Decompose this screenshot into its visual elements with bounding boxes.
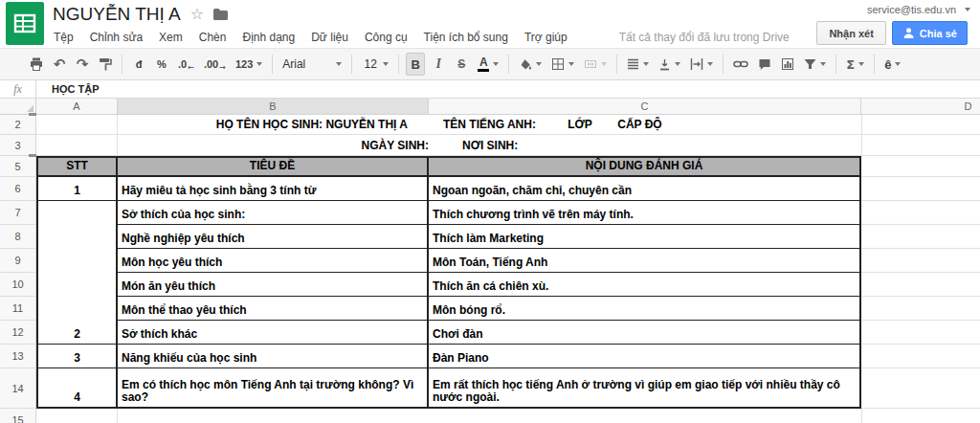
cell-B15[interactable] [118,409,429,423]
row-header-15[interactable]: 15 [0,409,36,423]
menu-data[interactable]: Dữ liệu [308,29,351,46]
cell-B12[interactable]: Sở thích khác [118,321,429,345]
fill-color-button[interactable] [516,53,545,76]
cell-C3[interactable]: NƠI SINH: [429,135,861,156]
decrease-decimals-button[interactable]: .0← [175,53,197,76]
row-header-3[interactable]: 3 [0,135,36,156]
row-header-11[interactable]: 11 [0,297,36,321]
insert-chart-button[interactable] [778,53,797,76]
row-header-2[interactable]: 2 [0,115,36,135]
row-header-5[interactable]: 5 [0,156,36,177]
menu-view[interactable]: Xem [156,29,186,46]
font-family-select[interactable]: Arial [279,53,345,76]
cell-B13[interactable]: Năng khiếu của học sinh [118,345,429,368]
cell-A15[interactable] [36,409,118,423]
italic-button[interactable]: I [429,53,448,76]
cell-C2[interactable]: TÊN TIẾNG ANH: LỚP CẤP ĐỘ [429,115,861,135]
functions-button[interactable]: Σ [843,53,867,76]
redo-button[interactable]: ↷ [73,53,92,76]
cell-C14[interactable]: Em rất thích học tiếng Anh ở trường vì g… [429,368,861,409]
print-button[interactable] [27,53,46,76]
comments-button[interactable]: Nhận xét [816,21,885,45]
column-header-a[interactable]: A [36,99,118,115]
menu-format[interactable]: Định dạng [239,29,298,46]
cell-D8[interactable] [861,225,980,249]
document-title[interactable]: NGUYỄN THỊ A [53,4,181,25]
cell-C5[interactable]: NỘI DUNG ĐÁNH GIÁ [429,156,861,177]
cell-D13[interactable] [861,345,980,368]
more-formats-button[interactable]: 123 [233,53,265,76]
row-header-9[interactable]: 9 [0,249,36,273]
input-tools-button[interactable]: ê [881,53,903,76]
menu-tools[interactable]: Công cụ [362,29,411,46]
cell-B3[interactable]: NGÀY SINH: [118,135,429,156]
cell-B5[interactable]: TIÊU ĐỀ [118,156,429,177]
row-header-13[interactable]: 13 [0,345,36,368]
cell-B11[interactable]: Môn thể thao yêu thích [118,297,429,321]
menu-help[interactable]: Trợ giúp [522,29,570,46]
menu-addons[interactable]: Tiện ích bổ sung [421,29,511,46]
cell-A13[interactable]: 3 [36,345,118,368]
horizontal-align-button[interactable] [624,53,652,76]
cell-A7[interactable] [36,201,118,225]
cell-D6[interactable] [861,177,980,201]
row-header-10[interactable]: 10 [0,273,36,297]
cell-A2[interactable] [36,115,118,135]
cell-C9[interactable]: Môn Toán, Tiếng Anh [429,249,861,273]
increase-decimals-button[interactable]: .00→ [201,53,229,76]
cell-D9[interactable] [861,249,980,273]
cell-B6[interactable]: Hãy miêu tả học sinh bằng 3 tính từ [118,177,429,201]
text-color-button[interactable]: A [475,53,501,76]
cell-D3[interactable] [861,135,980,156]
strikethrough-button[interactable]: S [452,53,471,76]
cell-A9[interactable] [36,249,118,273]
save-status[interactable]: Tất cả thay đổi đã lưu trong Drive [619,31,790,44]
insert-comment-button[interactable] [755,53,774,76]
cell-D10[interactable] [861,273,980,297]
row-header-8[interactable]: 8 [0,225,36,249]
paint-format-button[interactable] [96,53,115,76]
bold-button[interactable]: B [406,53,425,76]
cell-A11[interactable] [36,297,118,321]
formula-input[interactable]: HỌC TẬP [36,80,980,98]
cell-A8[interactable] [36,225,118,249]
row-header-12[interactable]: 12 [0,321,36,345]
cell-D2[interactable] [861,115,980,135]
row-header-7[interactable]: 7 [0,201,36,225]
hidden-row-indicator[interactable] [29,113,36,116]
cell-A5[interactable]: STT [36,156,118,177]
cell-D5[interactable] [861,156,980,177]
vertical-align-button[interactable] [656,53,683,76]
font-size-select[interactable]: 12 [359,53,391,76]
star-icon[interactable]: ☆ [190,7,204,22]
cell-D11[interactable] [861,297,980,321]
cell-A14[interactable]: 4 [36,368,118,409]
cell-A6[interactable]: 1 [36,177,118,201]
filter-button[interactable] [801,53,829,76]
menu-file[interactable]: Tệp [51,29,77,46]
format-percent-button[interactable]: % [152,53,171,76]
cell-A3[interactable] [36,135,118,156]
undo-button[interactable]: ↶ [50,53,69,76]
cell-B10[interactable]: Món ăn yêu thích [118,273,429,297]
text-wrap-button[interactable] [687,53,716,76]
cell-D12[interactable] [861,321,980,345]
cell-D7[interactable] [861,201,980,225]
column-header-c[interactable]: C [429,99,861,115]
cell-C10[interactable]: Thích ăn cá chiên xù. [429,273,861,297]
column-header-d[interactable]: D [861,99,980,115]
account-menu[interactable]: service@tis.edu.vn [867,4,970,15]
hidden-row-indicator[interactable] [29,154,36,157]
cell-C8[interactable]: Thích làm Marketing [429,225,861,249]
sheets-logo[interactable] [6,2,44,45]
cell-B8[interactable]: Nghề nghiệp yêu thích [118,225,429,249]
folder-icon[interactable] [213,9,228,20]
row-header-6[interactable]: 6 [0,177,36,201]
cell-B9[interactable]: Môn học yêu thích [118,249,429,273]
cell-A12[interactable]: 2 [36,321,118,345]
cell-C6[interactable]: Ngoan ngoãn, chăm chỉ, chuyên cần [429,177,861,201]
borders-button[interactable] [548,53,577,76]
cell-C11[interactable]: Môn bóng rổ. [429,297,861,321]
menu-insert[interactable]: Chèn [196,29,230,46]
cell-D14[interactable] [861,368,980,409]
